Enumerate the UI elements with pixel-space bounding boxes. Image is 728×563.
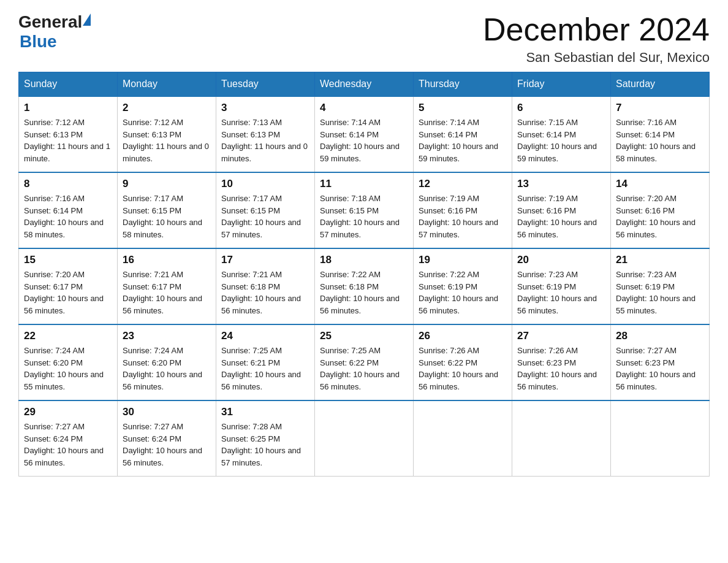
calendar-cell: 9Sunrise: 7:17 AMSunset: 6:15 PMDaylight… — [118, 172, 216, 248]
day-info: Sunrise: 7:18 AMSunset: 6:15 PMDaylight:… — [320, 193, 408, 240]
day-number: 20 — [517, 254, 605, 266]
calendar-cell: 12Sunrise: 7:19 AMSunset: 6:16 PMDayligh… — [414, 172, 512, 248]
day-info: Sunrise: 7:26 AMSunset: 6:22 PMDaylight:… — [419, 345, 507, 393]
logo: General Blue — [18, 12, 91, 52]
day-number: 17 — [221, 254, 309, 266]
day-number: 2 — [123, 102, 211, 114]
calendar-cell: 29Sunrise: 7:27 AMSunset: 6:24 PMDayligh… — [19, 400, 118, 477]
day-number: 25 — [320, 330, 408, 342]
day-info: Sunrise: 7:24 AMSunset: 6:20 PMDaylight:… — [123, 345, 211, 393]
calendar-week-row-2: 8Sunrise: 7:16 AMSunset: 6:14 PMDaylight… — [19, 172, 710, 248]
day-info: Sunrise: 7:17 AMSunset: 6:15 PMDaylight:… — [221, 193, 309, 240]
calendar-cell: 21Sunrise: 7:23 AMSunset: 6:19 PMDayligh… — [611, 248, 710, 324]
day-info: Sunrise: 7:23 AMSunset: 6:19 PMDaylight:… — [517, 269, 605, 316]
calendar-cell: 1Sunrise: 7:12 AMSunset: 6:13 PMDaylight… — [19, 96, 118, 172]
day-info: Sunrise: 7:20 AMSunset: 6:16 PMDaylight:… — [616, 193, 704, 240]
day-info: Sunrise: 7:12 AMSunset: 6:13 PMDaylight:… — [123, 117, 211, 164]
day-info: Sunrise: 7:27 AMSunset: 6:24 PMDaylight:… — [123, 421, 211, 469]
day-info: Sunrise: 7:27 AMSunset: 6:23 PMDaylight:… — [616, 345, 704, 393]
calendar-cell: 31Sunrise: 7:28 AMSunset: 6:25 PMDayligh… — [216, 400, 315, 477]
day-info: Sunrise: 7:26 AMSunset: 6:23 PMDaylight:… — [517, 345, 605, 393]
calendar-cell: 11Sunrise: 7:18 AMSunset: 6:15 PMDayligh… — [315, 172, 414, 248]
day-number: 23 — [123, 330, 211, 342]
day-info: Sunrise: 7:19 AMSunset: 6:16 PMDaylight:… — [419, 193, 507, 240]
day-info: Sunrise: 7:21 AMSunset: 6:18 PMDaylight:… — [221, 269, 309, 316]
day-info: Sunrise: 7:25 AMSunset: 6:21 PMDaylight:… — [221, 345, 309, 393]
calendar-cell: 15Sunrise: 7:20 AMSunset: 6:17 PMDayligh… — [19, 248, 118, 324]
calendar-cell: 17Sunrise: 7:21 AMSunset: 6:18 PMDayligh… — [216, 248, 315, 324]
day-info: Sunrise: 7:27 AMSunset: 6:24 PMDaylight:… — [24, 421, 112, 469]
day-number: 12 — [419, 178, 507, 190]
calendar-cell: 26Sunrise: 7:26 AMSunset: 6:22 PMDayligh… — [414, 324, 512, 400]
calendar-table: SundayMondayTuesdayWednesdayThursdayFrid… — [18, 72, 710, 477]
day-number: 6 — [517, 102, 605, 114]
day-number: 7 — [616, 102, 704, 114]
header-col-tuesday: Tuesday — [216, 72, 315, 97]
day-number: 8 — [24, 178, 112, 190]
calendar-cell: 7Sunrise: 7:16 AMSunset: 6:14 PMDaylight… — [611, 96, 710, 172]
day-number: 4 — [320, 102, 408, 114]
calendar-cell — [414, 400, 512, 477]
day-info: Sunrise: 7:23 AMSunset: 6:19 PMDaylight:… — [616, 269, 704, 316]
day-info: Sunrise: 7:24 AMSunset: 6:20 PMDaylight:… — [24, 345, 112, 393]
day-number: 16 — [123, 254, 211, 266]
day-info: Sunrise: 7:14 AMSunset: 6:14 PMDaylight:… — [419, 117, 507, 164]
day-number: 27 — [517, 330, 605, 342]
day-number: 19 — [419, 254, 507, 266]
day-number: 11 — [320, 178, 408, 190]
calendar-cell: 18Sunrise: 7:22 AMSunset: 6:18 PMDayligh… — [315, 248, 414, 324]
calendar-cell: 16Sunrise: 7:21 AMSunset: 6:17 PMDayligh… — [118, 248, 216, 324]
calendar-cell: 19Sunrise: 7:22 AMSunset: 6:19 PMDayligh… — [414, 248, 512, 324]
calendar-cell: 14Sunrise: 7:20 AMSunset: 6:16 PMDayligh… — [611, 172, 710, 248]
calendar-week-row-4: 22Sunrise: 7:24 AMSunset: 6:20 PMDayligh… — [19, 324, 710, 400]
header-col-wednesday: Wednesday — [315, 72, 414, 97]
day-number: 18 — [320, 254, 408, 266]
day-info: Sunrise: 7:13 AMSunset: 6:13 PMDaylight:… — [221, 117, 309, 164]
calendar-cell: 13Sunrise: 7:19 AMSunset: 6:16 PMDayligh… — [512, 172, 611, 248]
day-number: 15 — [24, 254, 112, 266]
calendar-week-row-3: 15Sunrise: 7:20 AMSunset: 6:17 PMDayligh… — [19, 248, 710, 324]
day-number: 1 — [24, 102, 112, 114]
day-info: Sunrise: 7:16 AMSunset: 6:14 PMDaylight:… — [24, 193, 112, 240]
day-info: Sunrise: 7:19 AMSunset: 6:16 PMDaylight:… — [517, 193, 605, 240]
day-number: 31 — [221, 406, 309, 418]
calendar-cell: 3Sunrise: 7:13 AMSunset: 6:13 PMDaylight… — [216, 96, 315, 172]
day-number: 14 — [616, 178, 704, 190]
day-info: Sunrise: 7:22 AMSunset: 6:19 PMDaylight:… — [419, 269, 507, 316]
calendar-cell: 5Sunrise: 7:14 AMSunset: 6:14 PMDaylight… — [414, 96, 512, 172]
day-number: 24 — [221, 330, 309, 342]
day-number: 29 — [24, 406, 112, 418]
calendar-cell: 10Sunrise: 7:17 AMSunset: 6:15 PMDayligh… — [216, 172, 315, 248]
day-info: Sunrise: 7:25 AMSunset: 6:22 PMDaylight:… — [320, 345, 408, 393]
calendar-cell: 27Sunrise: 7:26 AMSunset: 6:23 PMDayligh… — [512, 324, 611, 400]
logo-blue-text: Blue — [20, 32, 57, 52]
day-number: 28 — [616, 330, 704, 342]
day-number: 30 — [123, 406, 211, 418]
calendar-cell: 20Sunrise: 7:23 AMSunset: 6:19 PMDayligh… — [512, 248, 611, 324]
day-info: Sunrise: 7:20 AMSunset: 6:17 PMDaylight:… — [24, 269, 112, 316]
calendar-week-row-5: 29Sunrise: 7:27 AMSunset: 6:24 PMDayligh… — [19, 400, 710, 477]
day-info: Sunrise: 7:15 AMSunset: 6:14 PMDaylight:… — [517, 117, 605, 164]
day-number: 3 — [221, 102, 309, 114]
header-col-sunday: Sunday — [19, 72, 118, 97]
page-header: General Blue December 2024 San Sebastian… — [18, 12, 710, 66]
header-col-saturday: Saturday — [611, 72, 710, 97]
day-number: 21 — [616, 254, 704, 266]
calendar-cell: 4Sunrise: 7:14 AMSunset: 6:14 PMDaylight… — [315, 96, 414, 172]
calendar-header-row: SundayMondayTuesdayWednesdayThursdayFrid… — [19, 72, 710, 97]
calendar-cell: 6Sunrise: 7:15 AMSunset: 6:14 PMDaylight… — [512, 96, 611, 172]
calendar-cell: 22Sunrise: 7:24 AMSunset: 6:20 PMDayligh… — [19, 324, 118, 400]
calendar-cell: 30Sunrise: 7:27 AMSunset: 6:24 PMDayligh… — [118, 400, 216, 477]
header-col-friday: Friday — [512, 72, 611, 97]
day-info: Sunrise: 7:14 AMSunset: 6:14 PMDaylight:… — [320, 117, 408, 164]
calendar-cell — [611, 400, 710, 477]
day-info: Sunrise: 7:28 AMSunset: 6:25 PMDaylight:… — [221, 421, 309, 469]
day-info: Sunrise: 7:17 AMSunset: 6:15 PMDaylight:… — [123, 193, 211, 240]
day-number: 9 — [123, 178, 211, 190]
day-number: 10 — [221, 178, 309, 190]
logo-triangle-icon — [83, 13, 91, 26]
calendar-cell — [512, 400, 611, 477]
day-number: 5 — [419, 102, 507, 114]
calendar-cell: 28Sunrise: 7:27 AMSunset: 6:23 PMDayligh… — [611, 324, 710, 400]
day-info: Sunrise: 7:21 AMSunset: 6:17 PMDaylight:… — [123, 269, 211, 316]
